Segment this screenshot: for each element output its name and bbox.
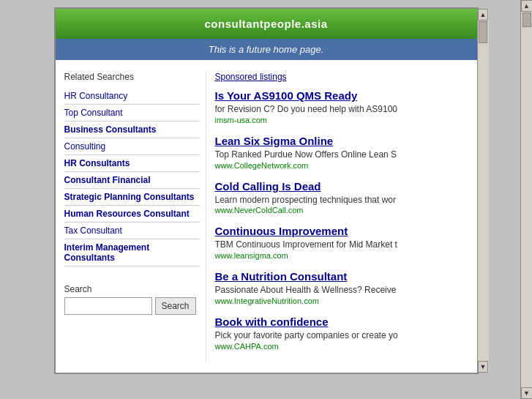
related-link[interactable]: Consultant Financial	[64, 175, 200, 185]
ad-desc: for Revision C? Do you need help with AS…	[215, 103, 449, 116]
ad-item: Be a Nutrition Consultant Passionate Abo…	[215, 270, 468, 305]
scroll-track	[478, 20, 488, 361]
outer-scrollbar[interactable]: ▲ ▼	[520, 0, 532, 399]
related-searches-title: Related Searches	[64, 72, 200, 82]
ad-title[interactable]: Book with confidence	[215, 316, 468, 328]
search-section: Search Search	[64, 284, 200, 315]
list-item: Tax Consultant	[64, 223, 200, 239]
search-row: Search	[64, 297, 200, 315]
tagline: This is a future home page.	[209, 44, 324, 55]
ad-url: imsm-usa.com	[215, 116, 468, 124]
list-item: HR Consultants	[64, 155, 200, 172]
outer-scroll-down[interactable]: ▼	[521, 387, 533, 399]
ad-item: Book with confidence Pick your favorite …	[215, 316, 468, 351]
left-column: Related Searches HR Consultancy Top Cons…	[64, 72, 200, 361]
list-item: Human Resources Consultant	[64, 206, 200, 223]
ad-desc: Learn modern prospecting techniques that…	[215, 194, 449, 206]
ad-title[interactable]: Lean Six Sigma Online	[215, 135, 468, 147]
outer-scroll-thumb[interactable]	[522, 12, 531, 27]
search-input[interactable]	[64, 297, 152, 315]
search-label: Search	[64, 284, 200, 294]
related-link[interactable]: HR Consultancy	[64, 91, 200, 101]
ad-title[interactable]: Is Your AS9100 QMS Ready	[215, 89, 468, 102]
scroll-thumb[interactable]	[479, 21, 487, 43]
scroll-up-arrow[interactable]: ▲	[478, 9, 488, 20]
ad-item: Cold Calling Is Dead Learn modern prospe…	[215, 180, 468, 215]
related-link[interactable]: Strategic Planning Consultants	[64, 192, 200, 202]
ad-url: www.NeverColdCall.com	[215, 206, 468, 215]
ad-item: Is Your AS9100 QMS Ready for Revision C?…	[215, 89, 468, 124]
ad-desc: Top Ranked Purdue Now Offers Online Lean…	[215, 149, 449, 161]
ad-url: www.IntegrativeNutrition.com	[215, 297, 468, 305]
related-link[interactable]: Tax Consultant	[64, 225, 200, 236]
list-item: Consultant Financial	[64, 172, 200, 189]
related-link[interactable]: Consulting	[64, 141, 200, 152]
ad-item: Continuous Improvement TBM Continuous Im…	[215, 225, 468, 260]
outer-scroll-up[interactable]: ▲	[521, 0, 533, 12]
ad-desc: Passionate About Health & Wellness? Rece…	[215, 284, 449, 297]
related-link[interactable]: Human Resources Consultant	[64, 209, 200, 219]
related-link[interactable]: Business Consultants	[64, 124, 200, 135]
list-item: HR Consultancy	[64, 88, 200, 105]
site-header: consultantpeople.asia	[56, 9, 477, 39]
related-link[interactable]: HR Consultants	[64, 158, 200, 168]
site-title: consultantpeople.asia	[204, 18, 327, 30]
ad-title[interactable]: Be a Nutrition Consultant	[215, 270, 468, 283]
list-item: Top Consultant	[64, 105, 200, 122]
outer-scroll-track	[522, 12, 532, 387]
sponsored-listings-link[interactable]: Sponsored listings	[215, 72, 468, 82]
scroll-down-arrow[interactable]: ▼	[478, 361, 488, 373]
related-searches-list: HR Consultancy Top Consultant Business C…	[64, 88, 200, 266]
ad-desc: Pick your favorite party companies or cr…	[215, 329, 449, 342]
inner-scrollbar[interactable]: ▲ ▼	[477, 9, 489, 373]
ad-desc: TBM Continuous Improvement for Mid Marke…	[215, 239, 449, 251]
related-link[interactable]: Top Consultant	[64, 108, 200, 118]
right-column: Sponsored listings Is Your AS9100 QMS Re…	[206, 72, 468, 361]
ad-item: Lean Six Sigma Online Top Ranked Purdue …	[215, 135, 468, 170]
list-item: Consulting	[64, 138, 200, 155]
tagline-bar: This is a future home page.	[56, 39, 477, 60]
list-item: Strategic Planning Consultants	[64, 189, 200, 206]
ad-title[interactable]: Continuous Improvement	[215, 225, 468, 237]
ad-url: www.leansigma.com	[215, 251, 468, 260]
list-item: Business Consultants	[64, 122, 200, 138]
related-link[interactable]: Interim Management Consultants	[64, 242, 200, 263]
ad-url: www.CAHPA.com	[215, 342, 468, 351]
search-button[interactable]: Search	[155, 297, 196, 315]
ad-url: www.CollegeNetwork.com	[215, 161, 468, 170]
list-item: Interim Management Consultants	[64, 239, 200, 266]
main-content: Related Searches HR Consultancy Top Cons…	[56, 60, 477, 373]
ad-title[interactable]: Cold Calling Is Dead	[215, 180, 468, 193]
